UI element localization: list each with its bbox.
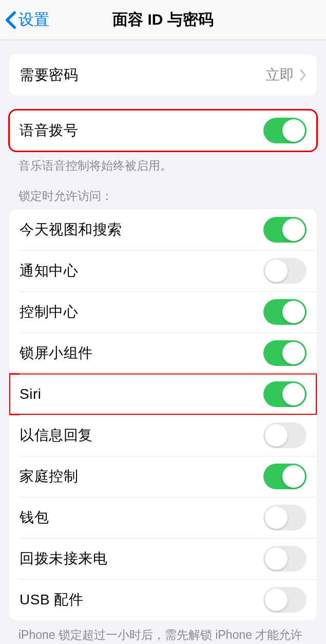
lock-access-label: 锁屏小组件 <box>20 343 93 363</box>
lock-access-label: 家庭控制 <box>20 467 78 486</box>
lock-access-row-通知中心: 通知中心 <box>9 250 317 291</box>
chevron-left-icon <box>5 11 16 29</box>
chevron-right-icon <box>299 69 306 81</box>
require-passcode-label: 需要密码 <box>20 65 78 85</box>
lock-access-header: 锁定时允许访问： <box>0 174 326 207</box>
lock-access-toggle-usb-配件[interactable] <box>263 587 306 613</box>
lock-access-row-钱包: 钱包 <box>9 497 317 538</box>
lock-access-row-回拨未接来电: 回拨未接来电 <box>9 538 317 579</box>
lock-access-footer: iPhone 锁定超过一小时后，需先解锁 iPhone 才能允许 USB 配件连… <box>0 620 326 644</box>
voice-dial-group: 语音拨号 <box>9 110 317 151</box>
voice-dial-row: 语音拨号 <box>9 110 317 151</box>
nav-bar: 设置 面容 ID 与密码 <box>0 0 326 40</box>
voice-dial-toggle[interactable] <box>263 118 306 143</box>
voice-dial-footer: 音乐语音控制将始终被启用。 <box>0 151 326 174</box>
lock-access-label: 以信息回复 <box>20 426 93 445</box>
lock-access-label: Siri <box>20 386 41 402</box>
lock-access-label: 回拨未接来电 <box>20 549 107 568</box>
lock-access-row-家庭控制: 家庭控制 <box>9 456 317 497</box>
lock-access-toggle-回拨未接来电[interactable] <box>263 546 306 572</box>
lock-access-toggle-家庭控制[interactable] <box>263 464 306 489</box>
require-passcode-row[interactable]: 需要密码 立即 <box>9 54 317 96</box>
lock-access-toggle-通知中心[interactable] <box>263 258 306 284</box>
lock-access-row-usb-配件: USB 配件 <box>9 579 317 620</box>
lock-access-toggle-钱包[interactable] <box>263 505 306 530</box>
lock-access-group: 今天视图和搜索通知中心控制中心锁屏小组件Siri以信息回复家庭控制钱包回拨未接来… <box>9 209 317 620</box>
lock-access-row-以信息回复: 以信息回复 <box>9 415 317 456</box>
lock-access-row-控制中心: 控制中心 <box>9 291 317 333</box>
voice-dial-label: 语音拨号 <box>20 121 78 140</box>
lock-access-toggle-锁屏小组件[interactable] <box>263 340 306 366</box>
lock-access-row-今天视图和搜索: 今天视图和搜索 <box>9 209 317 250</box>
lock-access-row-锁屏小组件: 锁屏小组件 <box>9 333 317 374</box>
lock-access-toggle-今天视图和搜索[interactable] <box>263 217 306 243</box>
lock-access-label: USB 配件 <box>20 590 83 610</box>
back-label: 设置 <box>18 9 49 30</box>
back-button[interactable]: 设置 <box>5 9 49 30</box>
lock-access-row-siri: Siri <box>9 374 317 415</box>
lock-access-label: 今天视图和搜索 <box>20 220 122 240</box>
lock-access-label: 通知中心 <box>20 261 78 281</box>
require-passcode-value: 立即 <box>265 65 294 85</box>
lock-access-label: 钱包 <box>20 508 49 527</box>
lock-access-toggle-控制中心[interactable] <box>263 299 306 325</box>
lock-access-toggle-siri[interactable] <box>263 381 306 407</box>
lock-access-toggle-以信息回复[interactable] <box>263 422 306 448</box>
require-passcode-group: 需要密码 立即 <box>9 54 317 96</box>
lock-access-label: 控制中心 <box>20 302 78 322</box>
